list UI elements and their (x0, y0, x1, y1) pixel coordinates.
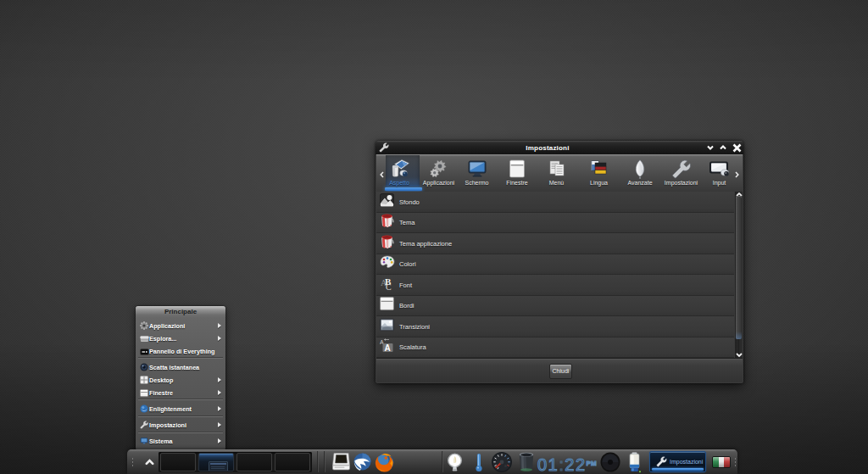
svg-text:A: A (385, 343, 391, 353)
svg-text:C: C (386, 282, 392, 290)
